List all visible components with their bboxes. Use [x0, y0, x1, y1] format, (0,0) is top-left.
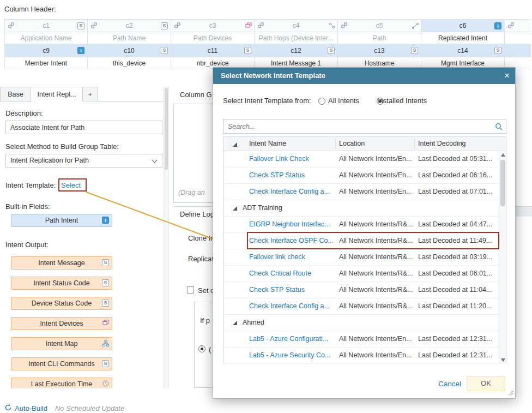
- left-panel-scrollbar[interactable]: [164, 87, 168, 388]
- search-icon[interactable]: [495, 123, 503, 132]
- intent-row[interactable]: EIGRP Neighbor Interfac... All Network I…: [223, 217, 499, 233]
- filter-label: Select Intent Template from:: [223, 97, 311, 105]
- scrollbar-thumb[interactable]: [500, 160, 505, 206]
- intent-row[interactable]: Check Critical Route All Network Intents…: [223, 266, 499, 282]
- column-cell-c1[interactable]: c1 S: [4, 19, 88, 32]
- output-field-intent-cli-commands[interactable]: Intent CLI Commands S: [11, 357, 112, 370]
- resize-handle[interactable]: [507, 389, 514, 397]
- intent-row[interactable]: Lab5 - Azure Configurati... All Network …: [223, 331, 499, 348]
- intent-name-link[interactable]: Lab5 - Azure Configurati...: [249, 335, 328, 343]
- intent-name-link[interactable]: Lab5 - Azure Security Co...: [249, 351, 330, 359]
- ok-button[interactable]: OK: [467, 376, 505, 391]
- intent-name-link[interactable]: Check STP Status: [249, 286, 305, 294]
- intent-name-link[interactable]: Failover link check: [249, 253, 305, 261]
- column-cell-c4[interactable]: c4: [255, 19, 338, 32]
- column-name[interactable]: Application Name: [4, 32, 88, 44]
- intent-name-link[interactable]: Failover Link Check: [249, 155, 309, 163]
- scrollbar-thumb[interactable]: [165, 88, 168, 170]
- tab-base[interactable]: Base: [0, 87, 31, 101]
- column-name[interactable]: Path Devices: [171, 32, 255, 44]
- intent-row[interactable]: Check Interface Config a... All Network …: [223, 184, 499, 200]
- collapse-triangle-icon[interactable]: [233, 206, 237, 211]
- column-name[interactable]: Path Hops (Device Inter...: [255, 32, 338, 44]
- column-name[interactable]: Path Name: [88, 32, 171, 44]
- radio-all-intents[interactable]: [318, 98, 325, 105]
- scroll-down-icon[interactable]: [501, 358, 505, 362]
- footer-bar: Auto-Build No Scheduled Update: [4, 404, 124, 413]
- intent-row-highlighted[interactable]: Check Interface OSPF Co... All Network I…: [223, 233, 499, 249]
- intent-name-link[interactable]: EIGRP Neighbor Interfac...: [249, 220, 330, 228]
- builtin-field-path-intent[interactable]: Path Intent I: [11, 214, 112, 227]
- column-name-text: nbr_device: [197, 59, 229, 67]
- output-field-intent-map[interactable]: Intent Map: [11, 337, 112, 350]
- intent-row[interactable]: Failover Link Check All Network Intents/…: [223, 151, 499, 167]
- column-cell-c13[interactable]: c13 S: [338, 44, 421, 57]
- s-badge: S: [102, 259, 109, 266]
- search-input[interactable]: [223, 119, 506, 133]
- header-intent-name[interactable]: Intent Name: [249, 140, 286, 147]
- tab-add[interactable]: +: [83, 87, 98, 101]
- column-cell-c14[interactable]: c14 S: [421, 44, 505, 57]
- description-label: Description:: [5, 109, 43, 117]
- s-badge: S: [102, 360, 109, 367]
- output-field-last-execution-time[interactable]: Last Execution Time: [11, 378, 112, 388]
- intent-decoding: Last Decoded at 12:31...: [418, 335, 492, 343]
- intent-row[interactable]: Check STP Status All Network Intents/En.…: [223, 167, 499, 184]
- collapse-all-triangle-icon[interactable]: [233, 142, 237, 147]
- method-dropdown[interactable]: Intent Replication for Path: [5, 154, 162, 167]
- intent-name-link[interactable]: Check Critical Route: [249, 270, 311, 277]
- column-name[interactable]: Member Intent: [4, 57, 88, 69]
- close-icon[interactable]: ×: [504, 68, 510, 84]
- description-input[interactable]: [5, 121, 162, 134]
- column-cell-c2[interactable]: c2 S: [88, 19, 171, 32]
- header-intent-decoding[interactable]: Intent Decoding: [418, 140, 466, 147]
- intent-name-link[interactable]: Check Interface OSPF Co...: [249, 237, 334, 244]
- chip-label: Intent CLI Commands: [28, 360, 95, 368]
- intent-name-link[interactable]: Check Interface Config a...: [249, 188, 330, 195]
- column-cell-c9[interactable]: c9 I: [4, 44, 88, 57]
- column-cell-c3[interactable]: c3: [171, 19, 255, 32]
- column-name[interactable]: this_device: [88, 57, 171, 69]
- column-separator: [335, 139, 336, 149]
- intent-name-link[interactable]: Check STP Status: [249, 171, 305, 179]
- output-field-device-status-code[interactable]: Device Status Code S: [11, 297, 112, 310]
- output-field-intent-status-code[interactable]: Intent Status Code S: [11, 277, 112, 290]
- drag-hint: (Drag an: [178, 189, 205, 196]
- intent-row[interactable]: Check STP Status All Network Intents/R&.…: [223, 282, 499, 298]
- column-cell-c6[interactable]: c6 I: [421, 19, 505, 32]
- intent-row[interactable]: Lab5 - Azure Security Co... All Network …: [223, 348, 499, 364]
- scroll-up-icon[interactable]: [501, 153, 505, 157]
- column-name[interactable]: Replicated Intent: [421, 32, 505, 44]
- column-cell-c11[interactable]: c11 S: [171, 44, 255, 57]
- header-location[interactable]: Location: [339, 140, 365, 147]
- cancel-button[interactable]: Cancel: [438, 380, 461, 388]
- table-scrollbar[interactable]: [499, 151, 506, 364]
- intent-row[interactable]: Check Interface Config a... All Network …: [223, 298, 499, 315]
- column-name-text: Path Hops (Device Inter...: [259, 34, 334, 42]
- auto-build-link[interactable]: Auto-Build: [15, 404, 47, 412]
- radio-installed-intents-label[interactable]: Installed Intents: [377, 97, 427, 105]
- method-label: Select Method to Build Group Table:: [5, 142, 119, 151]
- intent-name-link[interactable]: Check Interface Config a...: [249, 302, 330, 310]
- column-id-row-2: c9 I c10 S c11 S c12 S c13 S c14 S: [4, 44, 531, 57]
- condition-radio[interactable]: [198, 345, 205, 352]
- select-template-link[interactable]: Select: [61, 181, 81, 189]
- column-cell-partial[interactable]: [505, 44, 531, 57]
- column-name[interactable]: Path: [338, 32, 421, 44]
- intent-row[interactable]: Failover link check All Network Intents/…: [223, 249, 499, 266]
- output-field-intent-message[interactable]: Intent Message S: [11, 256, 112, 270]
- radio-all-intents-label[interactable]: All Intents: [328, 97, 359, 105]
- collapse-triangle-icon[interactable]: [233, 321, 237, 325]
- column-id: c13: [374, 47, 384, 55]
- intent-group-row[interactable]: ADT Training: [223, 200, 499, 217]
- column-cell-c12[interactable]: c12 S: [255, 44, 338, 57]
- column-cell-c5[interactable]: c5: [338, 19, 421, 32]
- tab-intent-replication[interactable]: Intent Repl...: [31, 87, 83, 101]
- set-clone-checkbox[interactable]: [187, 286, 194, 294]
- output-field-intent-devices[interactable]: Intent Devices: [11, 317, 112, 330]
- intent-group-row[interactable]: Ahmed: [223, 315, 499, 331]
- column-cell-partial[interactable]: [505, 19, 531, 32]
- column-name-text: Path Devices: [194, 34, 232, 42]
- column-cell-c10[interactable]: c10 S: [88, 44, 171, 57]
- column-name[interactable]: Int...: [505, 32, 531, 44]
